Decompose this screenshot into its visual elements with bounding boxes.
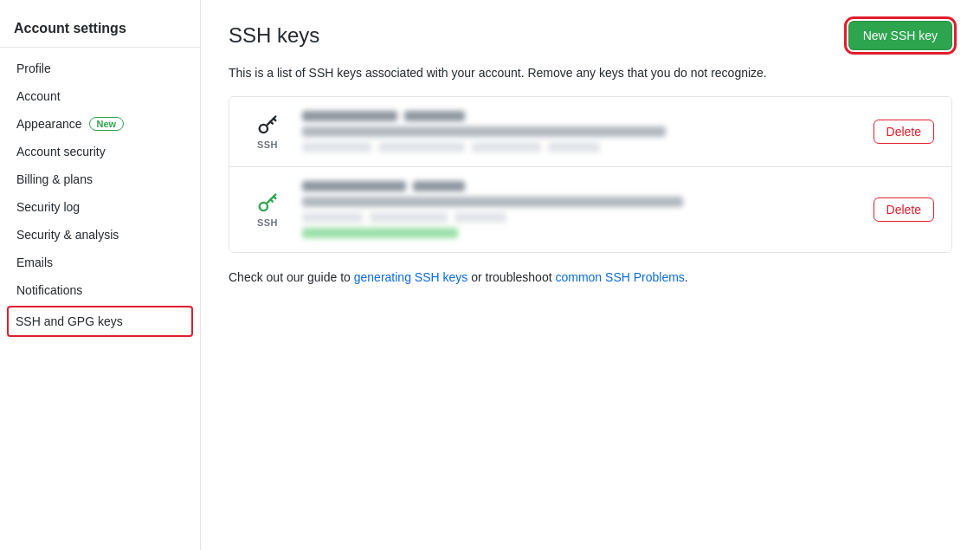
new-ssh-key-button[interactable]: New SSH key — [848, 21, 952, 50]
key-name-blur-3 — [302, 181, 406, 191]
key-fingerprint-row-2 — [302, 197, 860, 207]
key-details-1 — [302, 111, 860, 152]
sidebar-item-notifications[interactable]: Notifications — [0, 276, 200, 304]
key-fingerprint-row — [302, 126, 860, 137]
sidebar-item-label: Appearance — [16, 117, 82, 131]
sidebar-item-security-log[interactable]: Security log — [0, 193, 200, 221]
key-icon-wrap-2: SSH — [247, 191, 288, 228]
key-meta-blur-6 — [370, 212, 448, 223]
main-header: SSH keys New SSH key — [229, 21, 952, 50]
sidebar-item-label: Security log — [16, 200, 80, 214]
table-row: SSH Delete — [229, 167, 951, 252]
page-description: This is a list of SSH keys associated wi… — [229, 64, 904, 82]
key-icon — [255, 191, 280, 216]
main-content: SSH keys New SSH key This is a list of S… — [201, 0, 980, 550]
footer-text-end: . — [685, 270, 688, 284]
sidebar: Account settings Profile Account Appeara… — [0, 0, 201, 550]
sidebar-item-label: Account security — [16, 145, 106, 159]
key-meta-blur-4 — [548, 142, 600, 152]
key-meta-blur-2 — [378, 142, 465, 152]
sidebar-item-label: Emails — [16, 256, 53, 269]
ssh-keys-list: SSH Delete — [229, 96, 952, 253]
sidebar-item-billing[interactable]: Billing & plans — [0, 165, 200, 193]
key-meta-row-2 — [302, 212, 860, 223]
sidebar-item-profile[interactable]: Profile — [0, 55, 200, 82]
key-meta-blur-3 — [472, 142, 541, 152]
sidebar-item-label: Notifications — [16, 283, 82, 297]
sidebar-item-emails[interactable]: Emails — [0, 249, 200, 276]
key-name-blur-2 — [404, 111, 465, 121]
key-meta-row — [302, 142, 860, 152]
new-badge: New — [89, 117, 125, 131]
generating-ssh-keys-link[interactable]: generating SSH keys — [354, 270, 468, 284]
key-name-blur — [302, 111, 397, 121]
key-name-row-2 — [302, 181, 860, 191]
key-extra-row — [302, 228, 860, 238]
key-name-row — [302, 111, 860, 121]
sidebar-item-account-security[interactable]: Account security — [0, 138, 200, 165]
key-type-label: SSH — [257, 217, 278, 228]
sidebar-item-security-analysis[interactable]: Security & analysis — [0, 221, 200, 249]
sidebar-item-ssh-gpg[interactable]: SSH and GPG keys — [7, 306, 193, 337]
key-type-label: SSH — [257, 139, 278, 150]
sidebar-item-label: Billing & plans — [16, 172, 93, 186]
key-name-blur-4 — [413, 181, 465, 191]
sidebar-title: Account settings — [0, 14, 200, 48]
key-meta-blur-1 — [302, 142, 371, 152]
footer-text-prefix: Check out our guide to — [229, 270, 354, 284]
key-fingerprint-blur — [302, 126, 666, 137]
sidebar-item-account[interactable]: Account — [0, 82, 200, 110]
key-details-2 — [302, 181, 860, 238]
key-fingerprint-blur-2 — [302, 197, 683, 207]
sidebar-item-label: SSH and GPG keys — [16, 314, 123, 328]
page-title: SSH keys — [229, 23, 319, 48]
common-ssh-problems-link[interactable]: common SSH Problems — [555, 270, 684, 284]
svg-point-0 — [260, 125, 268, 133]
table-row: SSH Delete — [229, 97, 951, 167]
key-meta-blur-5 — [302, 212, 363, 223]
footer-text-middle: or troubleshoot — [467, 270, 555, 284]
sidebar-item-label: Profile — [16, 61, 51, 75]
sidebar-item-appearance[interactable]: Appearance New — [0, 110, 200, 138]
footer-guide-text: Check out our guide to generating SSH ke… — [229, 270, 952, 284]
delete-key-2-button[interactable]: Delete — [874, 197, 934, 222]
key-icon — [255, 113, 280, 138]
key-extra-blur — [302, 228, 458, 238]
sidebar-item-label: Security & analysis — [16, 228, 119, 242]
sidebar-item-label: Account — [16, 89, 61, 103]
key-icon-wrap-1: SSH — [247, 113, 288, 150]
delete-key-1-button[interactable]: Delete — [874, 120, 934, 144]
svg-point-1 — [260, 203, 268, 210]
key-meta-blur-7 — [455, 212, 506, 223]
